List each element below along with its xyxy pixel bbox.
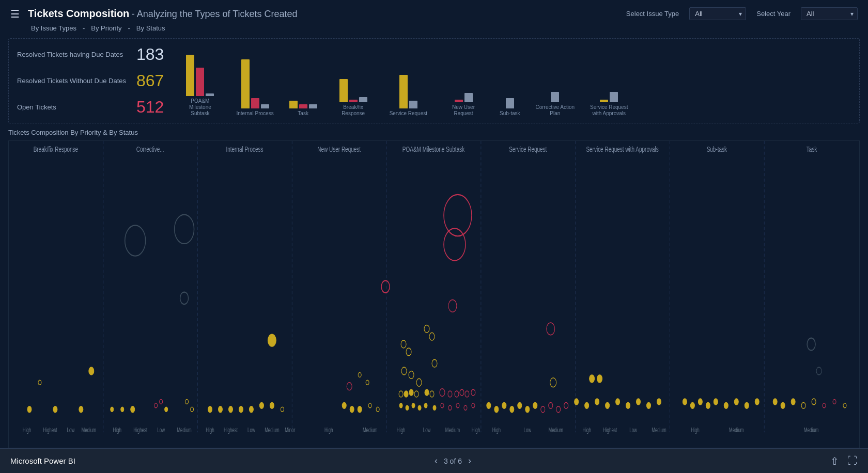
svg-point-117 <box>755 399 759 405</box>
share-icon[interactable]: ⇧ <box>830 455 839 467</box>
svg-point-28 <box>154 403 158 408</box>
svg-text:Highest: Highest <box>43 427 57 434</box>
svg-point-56 <box>401 340 406 348</box>
menu-icon[interactable]: ☰ <box>10 8 20 20</box>
open-tickets-label: Open Tickets <box>17 103 56 111</box>
bar-poam-red <box>196 68 204 96</box>
svg-text:High: High <box>324 427 333 434</box>
tab-by-issue-types[interactable]: By Issue Types <box>29 23 79 33</box>
svg-point-89 <box>502 402 506 408</box>
svg-text:High: High <box>113 427 121 434</box>
svg-text:High: High <box>397 427 405 434</box>
svg-point-57 <box>406 348 411 356</box>
svg-point-100 <box>595 399 599 405</box>
bar-service-yellow <box>399 75 408 108</box>
header: ☰ Tickets Composition - Analyzing the Ty… <box>0 0 868 33</box>
bar-internal-yellow <box>241 59 250 108</box>
bars-service <box>399 75 417 108</box>
bar-group-breakfix: Break/fix Response <box>333 79 374 117</box>
tab-by-priority[interactable]: By Priority <box>89 23 123 33</box>
svg-text:Low: Low <box>247 427 255 434</box>
bars-newuser <box>455 93 473 102</box>
svg-text:Medium: Medium <box>652 427 666 434</box>
svg-point-80 <box>441 403 444 408</box>
resolved-with-due-value: 183 <box>136 45 164 64</box>
svg-point-112 <box>706 402 710 408</box>
title-bold: Tickets Composition <box>28 8 129 19</box>
issue-type-label: Select Issue Type <box>626 10 679 18</box>
bar-subtask-white <box>506 98 514 108</box>
svg-point-73 <box>471 389 475 396</box>
svg-text:Low: Low <box>523 427 531 434</box>
svg-text:Low: Low <box>423 427 431 434</box>
next-page-button[interactable]: › <box>468 455 471 466</box>
expand-icon[interactable]: ⛶ <box>847 455 858 467</box>
header-controls: Select Issue Type All Select Year All <box>626 7 858 20</box>
bars-corrective <box>551 92 559 102</box>
bar-group-service: Service Request <box>390 75 427 117</box>
bars-service-approvals <box>600 92 618 102</box>
svg-point-45 <box>366 380 369 385</box>
svg-text:High: High <box>472 427 480 434</box>
svg-point-24 <box>175 215 194 244</box>
svg-point-53 <box>448 299 457 312</box>
svg-text:Low: Low <box>157 427 165 434</box>
svg-point-124 <box>812 399 816 405</box>
svg-text:Medium: Medium <box>363 427 377 434</box>
svg-point-126 <box>833 399 836 404</box>
bar-group-service-approvals: Service Requestwith Approvals <box>590 92 628 117</box>
svg-point-103 <box>626 402 630 408</box>
svg-point-40 <box>270 402 274 408</box>
svg-point-102 <box>616 399 620 405</box>
resolved-without-due-label: Resolved Tickets Without Due Dates <box>17 77 126 85</box>
svg-point-75 <box>406 405 409 410</box>
svg-point-119 <box>816 367 822 375</box>
svg-point-50 <box>376 407 379 412</box>
svg-text:Highest: Highest <box>603 427 617 434</box>
issue-type-select[interactable]: All <box>689 7 746 20</box>
bar-newuser-red <box>455 100 463 102</box>
svg-point-106 <box>657 399 661 405</box>
bar-sa-white <box>610 92 618 102</box>
svg-point-90 <box>510 406 514 413</box>
svg-text:Low: Low <box>629 427 637 434</box>
sep1: - <box>83 24 85 32</box>
svg-text:Medium: Medium <box>82 427 96 434</box>
bar-sa-yellow <box>600 100 608 102</box>
svg-point-88 <box>494 406 499 413</box>
svg-point-104 <box>637 399 641 405</box>
svg-point-123 <box>801 402 805 408</box>
prev-page-button[interactable]: ‹ <box>435 455 438 466</box>
summary-item-3: Open Tickets 512 <box>17 98 164 117</box>
bar-corrective-white <box>551 92 559 102</box>
svg-point-26 <box>111 407 114 412</box>
svg-point-20 <box>79 406 83 413</box>
svg-text:Low: Low <box>67 427 75 434</box>
tab-by-status[interactable]: By Status <box>134 23 167 33</box>
svg-point-47 <box>350 406 354 413</box>
svg-point-25 <box>180 292 189 305</box>
header-top: ☰ Tickets Composition - Analyzing the Ty… <box>10 7 858 20</box>
bar-group-subtask: Sub-task <box>500 98 520 117</box>
bar-label-breakfix: Break/fix Response <box>333 104 374 117</box>
year-select[interactable]: All <box>801 7 858 20</box>
bar-service-white <box>409 101 417 108</box>
svg-point-36 <box>228 406 233 413</box>
svg-point-55 <box>429 333 435 340</box>
bar-task-white <box>309 104 317 108</box>
svg-point-113 <box>714 399 718 405</box>
bottom-actions: ⇧ ⛶ <box>830 455 858 467</box>
svg-point-107 <box>590 375 595 383</box>
bar-breakfix-red <box>349 100 358 102</box>
svg-point-95 <box>549 402 553 408</box>
svg-text:Medium: Medium <box>445 427 460 434</box>
bar-label-subtask: Sub-task <box>500 111 520 117</box>
svg-point-115 <box>734 399 738 405</box>
svg-point-78 <box>424 403 427 408</box>
svg-point-118 <box>807 338 815 351</box>
bars-subtask <box>506 98 514 108</box>
bar-internal-white <box>261 104 269 108</box>
open-tickets-value: 512 <box>136 98 164 117</box>
svg-text:POA&M Milestone Subtask: POA&M Milestone Subtask <box>402 145 465 153</box>
svg-text:Task: Task <box>807 145 817 153</box>
